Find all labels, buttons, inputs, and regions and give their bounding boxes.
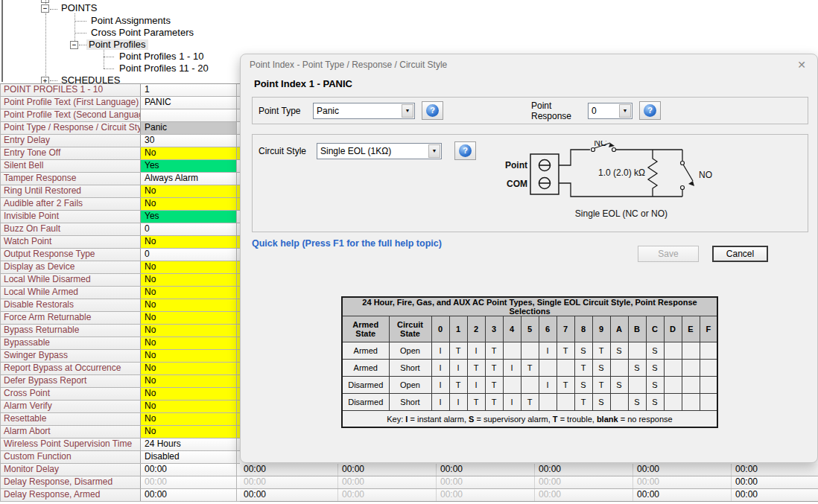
row-value[interactable]: 00:00 xyxy=(141,476,237,488)
tree-item-point-assignments[interactable]: Point Assignments xyxy=(89,16,173,26)
tree-item-point-profiles-11-20[interactable]: Point Profiles 11 - 20 xyxy=(117,63,211,74)
time-cell[interactable]: 00:00 xyxy=(240,489,338,501)
table-row[interactable]: Local While DisarmedNo xyxy=(1,274,240,287)
row-value[interactable]: No xyxy=(141,312,237,324)
time-cell[interactable]: 00:00 xyxy=(437,476,535,488)
table-row[interactable]: Cross PointNo xyxy=(1,388,240,401)
table-row[interactable]: Invisible PointYes xyxy=(1,211,240,223)
table-row[interactable]: Monitor Delay00:00 xyxy=(1,464,240,476)
table-row[interactable]: Silent BellYes xyxy=(1,160,240,173)
tree-item-point-profiles-1-10[interactable]: Point Profiles 1 - 10 xyxy=(117,51,206,62)
row-value[interactable]: 0 xyxy=(141,249,237,261)
table-row[interactable]: Alarm AbortNo xyxy=(1,426,240,438)
row-value[interactable]: 00:00 xyxy=(141,489,237,501)
point-type-dropdown[interactable]: Panic ▼ xyxy=(313,103,415,119)
time-cell[interactable]: 00:00 xyxy=(633,476,732,488)
row-value[interactable]: No xyxy=(141,287,237,299)
table-row[interactable]: Entry Delay30 xyxy=(1,135,240,147)
chevron-down-icon[interactable]: ▼ xyxy=(402,104,413,118)
row-value[interactable]: No xyxy=(141,401,237,412)
time-cell[interactable]: 00:00 xyxy=(732,489,818,501)
row-value[interactable]: No xyxy=(141,375,237,387)
point-type-help-button[interactable]: ? xyxy=(422,101,443,120)
row-value[interactable]: No xyxy=(141,388,237,400)
row-value[interactable]: No xyxy=(141,325,237,336)
table-row[interactable]: Custom FunctionDisabled xyxy=(1,451,240,464)
table-row[interactable]: Audible after 2 FailsNo xyxy=(1,198,240,211)
dialog-titlebar[interactable]: Point Index - Point Type / Response / Ci… xyxy=(241,54,817,74)
row-value[interactable]: Yes xyxy=(141,160,237,172)
row-value[interactable]: Disabled xyxy=(141,451,237,463)
time-cell[interactable]: 00:00 xyxy=(240,464,338,476)
row-value[interactable]: No xyxy=(141,426,237,438)
table-row[interactable]: Report Bypass at OccurrenceNo xyxy=(1,363,240,375)
table-row[interactable]: Display as DeviceNo xyxy=(1,261,240,274)
table-row[interactable]: POINT PROFILES 1 - 101 xyxy=(1,84,240,97)
table-row[interactable]: Entry Tone OffNo xyxy=(1,147,240,160)
time-cell[interactable]: 00:00 xyxy=(338,489,437,501)
time-cell[interactable]: 00:00 xyxy=(535,464,633,476)
chevron-down-icon[interactable]: ▼ xyxy=(619,104,631,118)
table-row[interactable]: Alarm VerifyNo xyxy=(1,401,240,413)
table-row[interactable]: Local While ArmedNo xyxy=(1,287,240,299)
row-value[interactable]: No xyxy=(141,413,237,425)
time-cell[interactable]: 00:00 xyxy=(732,476,818,488)
cancel-button[interactable]: Cancel xyxy=(712,246,768,262)
time-cell[interactable]: 00:00 xyxy=(437,464,535,476)
time-cell[interactable]: 00:00 xyxy=(437,489,535,501)
row-value[interactable]: Always Alarm xyxy=(141,173,237,185)
table-row[interactable]: ResettableNo xyxy=(1,413,240,426)
row-value[interactable]: Yes xyxy=(141,211,237,223)
row-value[interactable] xyxy=(141,109,237,121)
table-row[interactable]: Point Profile Text (First Language)PANIC xyxy=(1,97,240,109)
circuit-style-help-button[interactable]: ? xyxy=(454,141,476,160)
point-response-dropdown[interactable]: 0 ▼ xyxy=(588,103,632,119)
table-row[interactable]: Watch PointNo xyxy=(1,236,240,249)
row-value[interactable]: No xyxy=(141,274,237,286)
table-row[interactable]: Output Response Type0 xyxy=(1,249,240,261)
time-cell[interactable]: 00:00 xyxy=(633,489,732,501)
time-cell[interactable]: 00:00 xyxy=(338,476,437,488)
table-row[interactable]: Point Profile Text (Second Language) xyxy=(1,109,240,122)
table-row[interactable]: Delay Response, Disarmed00:00 xyxy=(1,476,240,489)
row-value[interactable]: No xyxy=(141,198,237,210)
row-value[interactable]: No xyxy=(141,299,237,311)
expander-icon[interactable]: − xyxy=(70,41,78,49)
row-value[interactable]: No xyxy=(141,147,237,159)
row-value[interactable]: 1 xyxy=(141,84,237,96)
row-value[interactable]: 00:00 xyxy=(141,464,237,476)
row-value[interactable]: No xyxy=(141,261,237,273)
expander-icon[interactable]: − xyxy=(41,4,49,13)
row-value[interactable]: PANIC xyxy=(141,97,237,109)
tree-item-points[interactable]: POINTS xyxy=(59,3,99,13)
row-value[interactable]: No xyxy=(141,350,237,362)
row-value[interactable]: No xyxy=(141,337,237,349)
table-row[interactable]: Bypass ReturnableNo xyxy=(1,325,240,337)
save-button[interactable]: Save xyxy=(638,246,699,262)
close-icon[interactable]: ✕ xyxy=(797,60,806,70)
table-row[interactable]: Ring Until RestoredNo xyxy=(1,185,240,198)
table-row[interactable]: Wireless Point Supervision Time24 Hours xyxy=(1,438,240,451)
table-row[interactable]: Defer Bypass ReportNo xyxy=(1,375,240,388)
quick-help-link[interactable]: Quick help (Press F1 for the full help t… xyxy=(252,238,442,249)
table-row[interactable]: BypassableNo xyxy=(1,337,240,350)
time-cell[interactable]: 00:00 xyxy=(535,489,633,501)
table-row[interactable]: Buzz On Fault0 xyxy=(1,223,240,236)
tree-item-cross-point-parameters[interactable]: Cross Point Parameters xyxy=(89,28,196,38)
chevron-down-icon[interactable]: ▼ xyxy=(428,144,440,158)
row-value[interactable]: 24 Hours xyxy=(141,438,237,450)
time-cell[interactable]: 00:00 xyxy=(240,476,338,488)
table-row[interactable]: Swinger BypassNo xyxy=(1,350,240,363)
row-value[interactable]: No xyxy=(141,363,237,374)
time-cell[interactable]: 00:00 xyxy=(535,476,633,488)
circuit-style-dropdown[interactable]: Single EOL (1KΩ) ▼ xyxy=(317,143,442,159)
table-row[interactable]: Disable RestoralsNo xyxy=(1,299,240,312)
table-row[interactable]: Tamper ResponseAlways Alarm xyxy=(1,173,240,185)
row-value[interactable]: Panic xyxy=(141,122,237,134)
table-row[interactable]: Point Type / Response / Circuit StylePan… xyxy=(1,122,240,135)
row-value[interactable]: No xyxy=(141,185,237,197)
row-value[interactable]: 30 xyxy=(141,135,237,147)
time-cell[interactable]: 00:00 xyxy=(338,464,437,476)
row-value[interactable]: No xyxy=(141,236,237,248)
table-row[interactable]: Force Arm ReturnableNo xyxy=(1,312,240,325)
